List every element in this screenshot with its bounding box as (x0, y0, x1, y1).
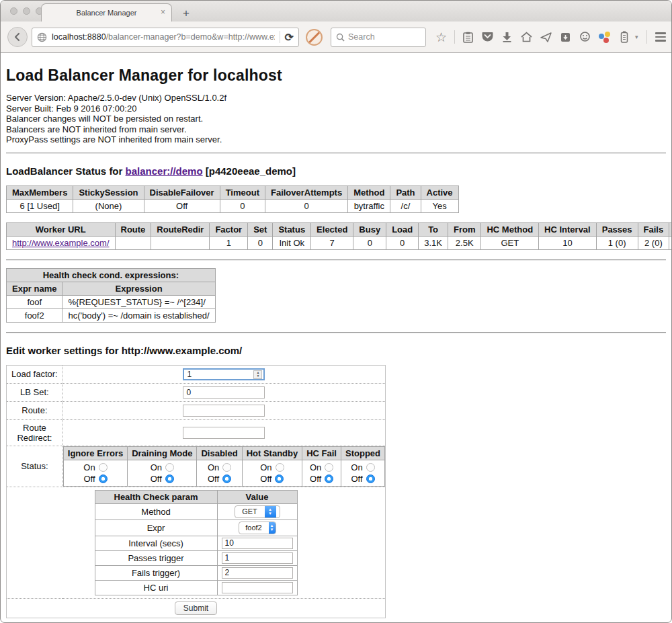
status-group-ignore-errors: On Off (63, 460, 127, 486)
param-label: Interval (secs) (95, 536, 217, 550)
stopped-on-radio[interactable] (366, 463, 375, 472)
new-tab-button[interactable]: + (183, 9, 190, 18)
table-cell: Off (144, 199, 220, 212)
server-info: Server Version: Apache/2.5.0-dev (Unix) … (6, 93, 666, 145)
number-spinner-icon[interactable]: ▲▼ (253, 370, 262, 379)
download-icon[interactable] (499, 28, 515, 46)
ignore-errors-on-radio[interactable] (99, 463, 108, 472)
expr-name: foof2 (7, 308, 62, 322)
home-icon[interactable] (518, 28, 535, 46)
hc-param-row-hc-uri: HC uri (95, 580, 297, 595)
tab-bar: Balancer Manager × + (1, 1, 671, 22)
column-header: Worker URL (7, 222, 116, 236)
expr-select[interactable]: foof2 ▲▼ (239, 522, 276, 534)
method-select[interactable]: GET ▲▼ (235, 505, 280, 518)
frame-arrow-icon[interactable] (557, 28, 574, 46)
route-input[interactable] (183, 405, 265, 417)
balancer-status-heading: LoadBalancer Status for balancer://demo … (6, 165, 666, 177)
route-redirect-input[interactable] (183, 427, 265, 439)
hc-uri-input[interactable] (222, 582, 293, 593)
table-cell: 0 (353, 236, 386, 249)
status-table: Ignore Errors Draining Mode Disabled Hot… (63, 446, 385, 487)
radio-label: On (260, 462, 271, 473)
column-header: To (419, 222, 448, 236)
stopped-off-radio[interactable] (366, 474, 375, 483)
url-domain: localhost:8880 (52, 32, 106, 42)
address-text[interactable]: localhost:8880/balancer-manager?b=demo&w… (52, 32, 275, 42)
column-header: Factor (210, 222, 248, 236)
table-cell: 7 (311, 236, 353, 249)
table-cell: 2 (0) (638, 236, 669, 249)
field-label: Route: (7, 401, 63, 419)
heading-text: LoadBalancer Status for (6, 165, 126, 177)
column-header: DisableFailover (144, 185, 220, 199)
radio-label: On (83, 462, 95, 473)
table-cell: Init Ok (273, 236, 311, 249)
passes-input[interactable] (222, 552, 293, 564)
column-header: Status (273, 222, 311, 236)
search-bar[interactable] (331, 28, 426, 47)
hc-param-row-interval: Interval (secs) (95, 536, 297, 550)
navigation-toolbar: localhost:8880/balancer-manager?b=demo&w… (1, 22, 671, 53)
hc-param-row-passes: Passes trigger (95, 550, 297, 565)
balancer-demo-link[interactable]: balancer://demo (126, 165, 203, 177)
form-row-submit: Submit (7, 598, 386, 618)
status-group-stopped: On Off (341, 460, 385, 486)
menu-icon[interactable] (652, 28, 669, 46)
table-cell: /c/ (390, 199, 421, 212)
load-factor-input[interactable] (183, 368, 265, 380)
hc-expressions-table: Health check cond. expressions: Expr nam… (6, 268, 216, 323)
notice-line: ProxyPass settings are NOT inherited fro… (6, 134, 666, 145)
table-cell: 3.1K (419, 236, 448, 249)
urlbar-divider (280, 31, 280, 43)
tab-balancer-manager[interactable]: Balancer Manager × (41, 3, 172, 22)
expr-value: %{REQUEST_STATUS} =~ /^[234]/ (62, 295, 215, 308)
column-header: Value (217, 490, 297, 503)
search-input[interactable] (348, 32, 415, 42)
colored-dots-icon[interactable] (596, 28, 613, 46)
param-label: Passes trigger (95, 550, 217, 565)
column-header: From (448, 222, 481, 236)
minimize-window-button[interactable] (23, 7, 30, 15)
select-stepper-icon: ▲▼ (269, 522, 276, 534)
worker-url-link[interactable]: http://www.example.com/ (12, 238, 110, 248)
disabled-on-radio[interactable] (222, 463, 231, 472)
hc-fail-off-radio[interactable] (325, 474, 333, 483)
column-header: Timeout (220, 185, 265, 199)
lb-set-input[interactable] (183, 386, 265, 399)
hc-expressions-title: Health check cond. expressions: (7, 268, 216, 282)
close-window-button[interactable] (10, 7, 17, 15)
bookmark-star-icon[interactable]: ☆ (433, 28, 450, 46)
field-label: Load factor: (7, 365, 63, 383)
battery-icon[interactable] (616, 28, 632, 46)
notice-line: Balancers are NOT inherited from main se… (6, 124, 666, 135)
draining-mode-on-radio[interactable] (165, 463, 174, 472)
fails-input[interactable] (222, 567, 293, 579)
draining-mode-off-radio[interactable] (165, 474, 174, 483)
hot-standby-on-radio[interactable] (276, 463, 284, 472)
overflow-caret-icon[interactable]: ▾ (635, 34, 642, 40)
interval-input[interactable] (222, 538, 293, 549)
hc-param-row-expr: Expr foof2 ▲▼ (95, 520, 297, 536)
hc-fail-on-radio[interactable] (325, 463, 333, 472)
readinglist-icon[interactable] (460, 28, 476, 46)
select-stepper-icon: ▲▼ (265, 506, 276, 517)
url-bar[interactable]: localhost:8880/balancer-manager?b=demo&w… (32, 28, 299, 47)
chat-smiley-icon[interactable] (577, 28, 593, 46)
radio-label: Off (260, 473, 271, 485)
hc-params-table: Health Check param Value Method GET ▲▼ (95, 490, 298, 595)
back-button[interactable] (7, 27, 28, 47)
heading-text: [p4420eeae_demo] (203, 165, 296, 177)
server-built-line: Server Built: Feb 9 2016 07:00:20 (6, 103, 666, 114)
table-cell (115, 236, 151, 249)
send-icon[interactable] (538, 28, 554, 46)
disabled-off-radio[interactable] (222, 474, 231, 483)
radio-label: On (208, 462, 219, 473)
reload-icon[interactable]: ⟳ (285, 31, 294, 44)
ignore-errors-off-radio[interactable] (99, 474, 108, 483)
hot-standby-off-radio[interactable] (275, 474, 284, 483)
block-icon[interactable] (306, 29, 323, 46)
submit-button[interactable]: Submit (175, 601, 217, 615)
tab-close-icon[interactable]: × (161, 8, 165, 16)
pocket-icon[interactable] (479, 28, 496, 46)
